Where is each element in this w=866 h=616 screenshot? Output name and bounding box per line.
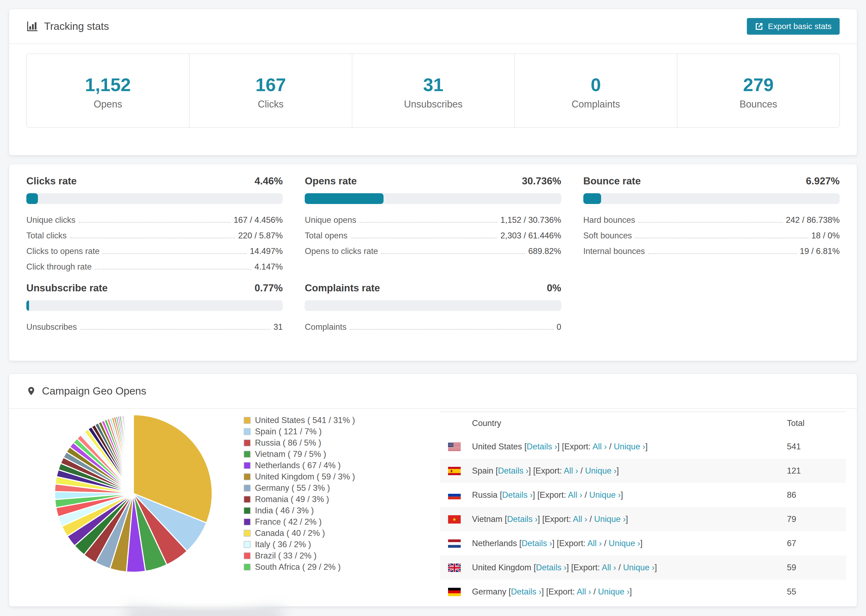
rate-detail-row: Unique opens 1,152 / 30.736% xyxy=(305,211,561,226)
export-all-link[interactable]: All › xyxy=(568,490,582,500)
legend-item[interactable]: Netherlands ( 67 / 4% ) xyxy=(244,460,355,471)
export-all-link[interactable]: All › xyxy=(587,539,601,548)
legend-swatch xyxy=(244,541,251,548)
rate-detail-row: Unsubscribes 31 xyxy=(26,317,283,333)
legend-item[interactable]: United States ( 541 / 31% ) xyxy=(244,415,355,426)
export-all-link[interactable]: All › xyxy=(592,442,607,451)
legend-item[interactable]: United Kingdom ( 59 / 3% ) xyxy=(244,471,355,482)
geo-table-row: United Kingdom [Details ›] [Export: All … xyxy=(440,556,846,580)
country-cell: Spain [Details ›] [Export: All › / Uniqu… xyxy=(472,466,787,476)
details-link[interactable]: Details › xyxy=(498,466,529,475)
opens-rate-title: Opens rate xyxy=(305,176,357,187)
rate-detail-row: Internal bounces 19 / 6.81% xyxy=(583,242,840,257)
pie-slice[interactable] xyxy=(133,415,134,493)
legend-item[interactable]: Germany ( 55 / 3% ) xyxy=(244,482,355,494)
bracket-text: ] xyxy=(630,587,632,596)
export-basic-stats-button[interactable]: Export basic stats xyxy=(747,18,840,35)
legend-item[interactable]: Italy ( 36 / 2% ) xyxy=(244,539,355,550)
legend-label: Romania ( 49 / 3% ) xyxy=(255,495,329,504)
rate-row-label: Soft bounces xyxy=(583,231,632,242)
dotted-leader xyxy=(360,222,497,223)
legend-item[interactable]: Romania ( 49 / 3% ) xyxy=(244,494,355,505)
export-unique-link[interactable]: Unique › xyxy=(594,514,625,524)
legend-item[interactable]: Russia ( 86 / 5% ) xyxy=(244,437,355,449)
details-link[interactable]: Details › xyxy=(521,539,552,548)
legend-item[interactable]: South Africa ( 29 / 2% ) xyxy=(244,561,355,573)
legend-label: Italy ( 36 / 2% ) xyxy=(255,540,311,549)
legend-swatch xyxy=(244,485,251,492)
export-all-link[interactable]: All › xyxy=(564,466,578,475)
country-total: 541 xyxy=(787,442,846,451)
dotted-leader xyxy=(648,253,797,254)
geo-table-body: United States [Details ›] [Export: All ›… xyxy=(440,435,846,597)
export-all-link[interactable]: All › xyxy=(601,563,616,572)
rate-row-value: 4.147% xyxy=(254,262,283,273)
dotted-leader xyxy=(350,329,553,330)
country-name: Netherlands xyxy=(472,539,517,548)
details-link[interactable]: Details › xyxy=(507,514,538,524)
export-unique-link[interactable]: Unique › xyxy=(614,442,645,451)
country-flag-icon xyxy=(448,539,461,548)
country-flag-icon xyxy=(448,564,461,572)
rate-row-label: Hard bounces xyxy=(583,215,635,226)
rate-row-label: Total clicks xyxy=(26,231,67,242)
export-all-link[interactable]: All › xyxy=(576,587,591,596)
export-prefix-text: ] [Export: xyxy=(533,490,568,500)
legend-label: Canada ( 40 / 2% ) xyxy=(255,528,325,538)
export-unique-link[interactable]: Unique › xyxy=(589,490,621,500)
map-pin-icon xyxy=(26,385,36,397)
export-all-link[interactable]: All › xyxy=(573,514,587,524)
rate-row-label: Internal bounces xyxy=(583,247,645,257)
complaints-rate-rows: Complaints 0 xyxy=(305,317,561,333)
details-link[interactable]: Details › xyxy=(511,587,542,596)
bracket-text: ] xyxy=(655,563,657,572)
unsubscribe-rate-title: Unsubscribe rate xyxy=(26,283,107,294)
legend-label: United States ( 541 / 31% ) xyxy=(255,415,355,425)
legend-item[interactable]: India ( 46 / 3% ) xyxy=(244,505,355,516)
bracket-text: ] xyxy=(625,514,628,524)
country-flag-icon xyxy=(448,491,461,499)
details-link[interactable]: Details › xyxy=(536,563,567,572)
rate-row-value: 1,152 / 30.736% xyxy=(501,215,561,226)
export-unique-link[interactable]: Unique › xyxy=(598,587,630,596)
rate-row-label: Total opens xyxy=(305,231,348,242)
slash-text: / xyxy=(582,490,589,500)
legend-item[interactable]: Canada ( 40 / 2% ) xyxy=(244,528,355,539)
tracking-stats-title-text: Tracking stats xyxy=(44,20,109,32)
clicks-rate-block: Clicks rate 4.46% Unique clicks 167 / 4.… xyxy=(26,176,283,273)
legend-label: Brazil ( 33 / 2% ) xyxy=(255,551,316,561)
opens-rate-bar xyxy=(305,193,561,204)
dotted-leader xyxy=(381,253,525,254)
bracket-text: [ xyxy=(493,466,498,475)
legend-swatch xyxy=(244,519,251,525)
legend-item[interactable]: Brazil ( 33 / 2% ) xyxy=(244,550,355,561)
legend-label: Russia ( 86 / 5% ) xyxy=(255,438,321,448)
stat-box: 1,152 Opens xyxy=(27,54,189,127)
country-name: Vietnam xyxy=(472,514,502,524)
stat-label: Unsubscribes xyxy=(352,99,514,110)
opens-rate-bar-fill xyxy=(305,193,384,204)
dotted-leader xyxy=(638,222,783,223)
bounce-rate-rows: Hard bounces 242 / 86.738% Soft bounces … xyxy=(583,211,840,257)
export-unique-link[interactable]: Unique › xyxy=(623,563,655,572)
export-unique-link[interactable]: Unique › xyxy=(609,539,640,548)
export-prefix-text: ] [Export: xyxy=(538,514,573,524)
geo-country-table: Country Total United States [Details ›] … xyxy=(440,412,846,597)
geo-table-row: Vietnam [Details ›] [Export: All › / Uni… xyxy=(440,507,846,531)
stat-value: 167 xyxy=(190,75,351,94)
legend-label: Germany ( 55 / 3% ) xyxy=(255,483,330,493)
bracket-text: [ xyxy=(502,514,507,524)
rate-detail-row: Hard bounces 242 / 86.738% xyxy=(583,211,840,226)
legend-item[interactable]: Spain ( 121 / 7% ) xyxy=(244,426,355,437)
geo-pie-chart xyxy=(51,412,216,575)
legend-item[interactable]: France ( 42 / 2% ) xyxy=(244,516,355,528)
export-icon xyxy=(755,22,764,31)
export-unique-link[interactable]: Unique › xyxy=(585,466,616,475)
legend-item[interactable]: Vietnam ( 79 / 5% ) xyxy=(244,449,355,460)
rate-row-label: Click through rate xyxy=(26,262,92,273)
bracket-text: ] xyxy=(621,490,623,500)
details-link[interactable]: Details › xyxy=(502,490,533,500)
geo-table-row: Germany [Details ›] [Export: All › / Uni… xyxy=(440,580,846,597)
geo-legend: United States ( 541 / 31% ) Spain ( 121 … xyxy=(244,415,355,573)
details-link[interactable]: Details › xyxy=(527,442,557,451)
